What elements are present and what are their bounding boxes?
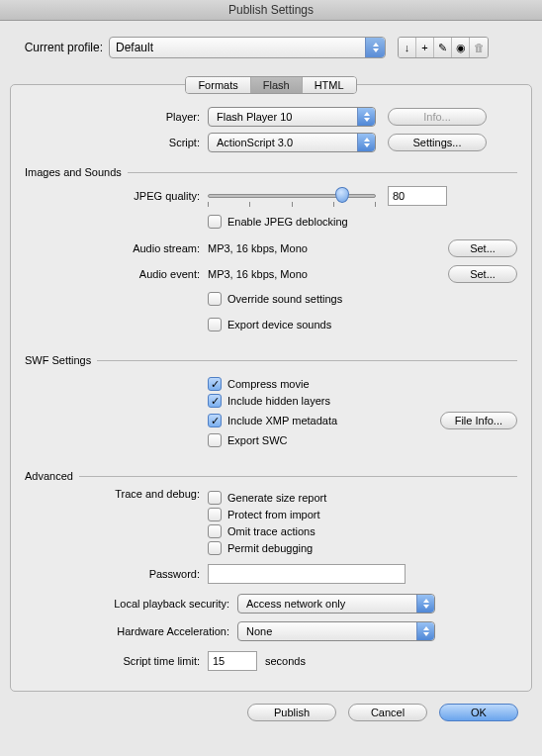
include-hidden-checkbox[interactable]: ✓Include hidden layers [208, 394, 517, 408]
hardware-accel-value: None [246, 625, 272, 637]
time-limit-input[interactable] [208, 651, 257, 671]
hardware-accel-label: Hardware Acceleration: [25, 625, 237, 637]
audio-event-set-button[interactable]: Set... [448, 265, 517, 283]
swf-settings-legend: SWF Settings [25, 354, 97, 366]
tab-group: Formats Flash HTML [185, 76, 356, 94]
images-sounds-legend: Images and Sounds [25, 166, 128, 178]
omit-trace-checkbox[interactable]: Omit trace actions [208, 524, 517, 538]
jpeg-quality-label: JPEG quality: [25, 190, 208, 202]
include-xmp-checkbox[interactable]: ✓Include XMP metadata [208, 414, 440, 427]
script-select[interactable]: ActionScript 3.0 [208, 133, 376, 152]
audio-event-value: MP3, 16 kbps, Mono [208, 268, 376, 280]
profile-import-icon[interactable]: ↓ [399, 38, 416, 57]
script-label: Script: [25, 137, 208, 148]
current-profile-value: Default [116, 41, 153, 54]
omit-trace-label: Omit trace actions [227, 525, 316, 537]
size-report-checkbox[interactable]: Generate size report [208, 491, 517, 505]
jpeg-deblocking-checkbox[interactable]: Enable JPEG deblocking [208, 215, 348, 229]
size-report-label: Generate size report [227, 492, 326, 504]
audio-stream-value: MP3, 16 kbps, Mono [208, 242, 376, 254]
permit-debug-checkbox[interactable]: Permit debugging [208, 541, 517, 555]
jpeg-deblocking-label: Enable JPEG deblocking [227, 216, 348, 228]
file-info-button[interactable]: File Info... [440, 412, 517, 429]
hardware-accel-select[interactable]: None [237, 621, 435, 641]
export-device-label: Export device sounds [227, 319, 331, 331]
profile-add-icon[interactable]: + [416, 38, 434, 57]
compress-movie-checkbox[interactable]: ✓Compress movie [208, 377, 517, 391]
cancel-button[interactable]: Cancel [348, 704, 427, 721]
tab-formats[interactable]: Formats [186, 77, 250, 93]
profile-delete-icon: 🗑 [470, 38, 488, 57]
time-limit-unit: seconds [265, 655, 306, 667]
current-profile-label: Current profile: [10, 41, 109, 54]
include-xmp-label: Include XMP metadata [227, 415, 337, 426]
jpeg-quality-input[interactable] [388, 186, 447, 206]
override-sound-label: Override sound settings [227, 293, 342, 305]
time-limit-label: Script time limit: [25, 655, 208, 667]
player-info-button: Info... [388, 108, 487, 126]
permit-debug-label: Permit debugging [227, 542, 313, 554]
export-swc-checkbox[interactable]: Export SWC [208, 433, 517, 447]
player-value: Flash Player 10 [217, 111, 292, 123]
player-select[interactable]: Flash Player 10 [208, 107, 376, 127]
local-security-value: Access network only [246, 598, 345, 610]
password-input[interactable] [208, 564, 406, 584]
advanced-legend: Advanced [25, 470, 79, 482]
audio-event-label: Audio event: [25, 268, 208, 280]
script-value: ActionScript 3.0 [217, 137, 293, 148]
current-profile-select[interactable]: Default [109, 37, 386, 58]
player-label: Player: [25, 111, 208, 123]
audio-stream-set-button[interactable]: Set... [448, 239, 517, 257]
include-hidden-label: Include hidden layers [227, 395, 330, 407]
settings-panel: Player: Flash Player 10 Info... Script: … [10, 84, 532, 692]
ok-button[interactable]: OK [439, 704, 518, 721]
audio-stream-label: Audio stream: [25, 242, 208, 254]
password-label: Password: [25, 568, 208, 580]
profile-duplicate-icon[interactable]: ✎ [434, 38, 452, 57]
jpeg-quality-slider[interactable] [208, 186, 376, 206]
export-device-checkbox[interactable]: Export device sounds [208, 318, 331, 331]
tab-flash[interactable]: Flash [251, 77, 303, 93]
tab-html[interactable]: HTML [303, 77, 356, 93]
protect-import-checkbox[interactable]: Protect from import [208, 508, 517, 521]
script-settings-button[interactable]: Settings... [388, 134, 487, 151]
profile-toolbar: ↓ + ✎ ◉ 🗑 [398, 37, 489, 58]
compress-movie-label: Compress movie [227, 378, 310, 390]
local-security-select[interactable]: Access network only [237, 594, 435, 614]
override-sound-checkbox[interactable]: Override sound settings [208, 292, 342, 306]
protect-import-label: Protect from import [227, 509, 320, 520]
trace-debug-label: Trace and debug: [25, 488, 208, 500]
local-security-label: Local playback security: [25, 598, 237, 610]
publish-button[interactable]: Publish [247, 704, 336, 721]
export-swc-label: Export SWC [227, 434, 288, 446]
window-title: Publish Settings [0, 0, 542, 21]
profile-properties-icon[interactable]: ◉ [452, 38, 470, 57]
